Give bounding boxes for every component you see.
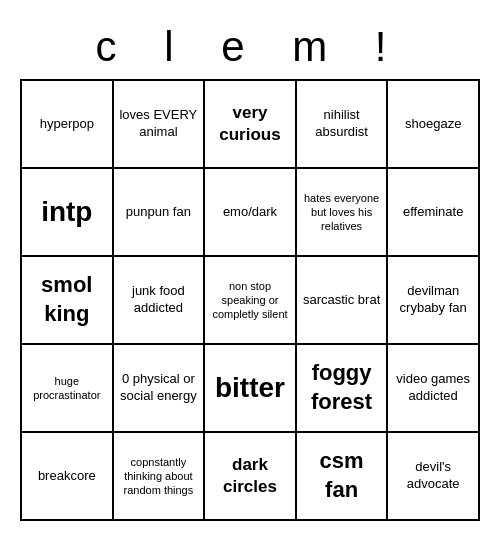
bingo-cell-14: devilman crybaby fan — [388, 257, 480, 345]
bingo-cell-19: video games addicted — [388, 345, 480, 433]
bingo-cell-8: hates everyone but loves his relatives — [297, 169, 389, 257]
bingo-cell-4: shoegaze — [388, 81, 480, 169]
bingo-cell-9: effeminate — [388, 169, 480, 257]
bingo-title: c l e m ! — [20, 23, 480, 71]
bingo-cell-0: hyperpop — [22, 81, 114, 169]
bingo-cell-2: very curious — [205, 81, 297, 169]
bingo-cell-7: emo/dark — [205, 169, 297, 257]
bingo-cell-1: loves EVERY animal — [114, 81, 206, 169]
bingo-cell-13: sarcastic brat — [297, 257, 389, 345]
bingo-cell-6: punpun fan — [114, 169, 206, 257]
bingo-cell-15: huge procrastinator — [22, 345, 114, 433]
bingo-cell-11: junk food addicted — [114, 257, 206, 345]
bingo-cell-22: dark circles — [205, 433, 297, 521]
bingo-cell-10: smol king — [22, 257, 114, 345]
bingo-cell-12: non stop speaking or completly silent — [205, 257, 297, 345]
bingo-cell-23: csm fan — [297, 433, 389, 521]
bingo-cell-20: breakcore — [22, 433, 114, 521]
bingo-grid: hyperpoploves EVERY animalvery curiousni… — [20, 79, 480, 521]
bingo-cell-16: 0 physical or social energy — [114, 345, 206, 433]
bingo-cell-5: intp — [22, 169, 114, 257]
bingo-cell-18: foggy forest — [297, 345, 389, 433]
bingo-cell-17: bitter — [205, 345, 297, 433]
bingo-cell-3: nihilist absurdist — [297, 81, 389, 169]
bingo-card: c l e m ! hyperpoploves EVERY animalvery… — [10, 13, 490, 531]
bingo-cell-21: copnstantly thinking about random things — [114, 433, 206, 521]
bingo-cell-24: devil's advocate — [388, 433, 480, 521]
